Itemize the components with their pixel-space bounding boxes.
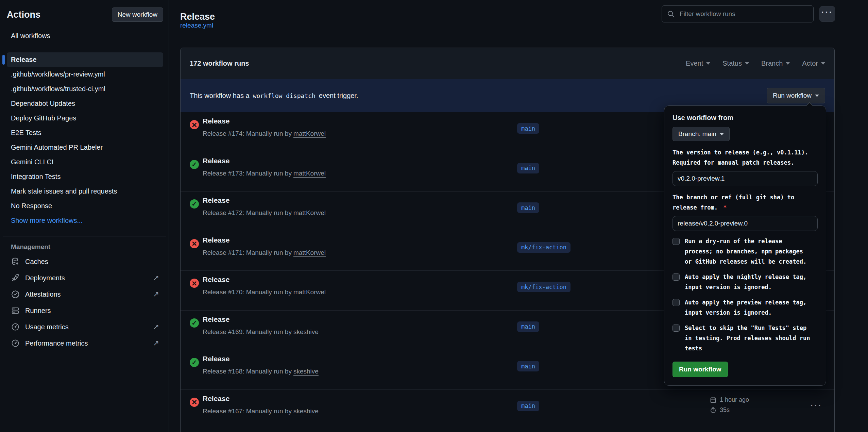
sidebar-management-item[interactable]: Deployments ↗ (7, 270, 163, 286)
sidebar-workflow-item[interactable]: .github/workflows/trusted-ci.yml (7, 82, 163, 96)
sidebar-management-item[interactable]: Usage metrics ↗ (7, 319, 163, 335)
run-description: Release #170: Manually run by (203, 288, 292, 296)
run-title-link[interactable]: Release (203, 196, 229, 204)
run-title-link[interactable]: Release (203, 315, 229, 323)
caret-down-icon (745, 62, 749, 65)
sidebar-workflow-item[interactable]: Mark stale issues and pull requests (7, 184, 163, 199)
branch-pill[interactable]: main (517, 123, 539, 134)
management-list: Caches ↗ Deployments ↗ Attestations ↗ Ru… (7, 253, 163, 351)
run-status-icon (190, 239, 199, 248)
banner-text-after: event trigger. (319, 92, 358, 100)
run-title-link[interactable]: Release (203, 276, 229, 284)
management-divider (3, 236, 166, 236)
new-workflow-button[interactable]: New workflow (112, 7, 163, 22)
run-duration-label: 35s (720, 406, 730, 414)
sidebar-workflow-item[interactable]: Deploy GitHub Pages (7, 111, 163, 126)
run-subtitle: Release #174: Manually run bymattKorwel (203, 130, 326, 137)
run-actor-link[interactable]: mattKorwel (293, 288, 326, 296)
sidebar-workflow-item[interactable]: No Response (7, 199, 163, 213)
sidebar-workflow-item[interactable]: Show more workflows... (7, 213, 163, 228)
workflow-file-link[interactable]: release.yml (180, 22, 213, 29)
run-workflow-dropdown-button[interactable]: Run workflow (767, 88, 825, 103)
sidebar-workflow-label: No Response (11, 202, 52, 210)
sidebar-workflow-label: Integration Tests (11, 173, 61, 180)
gauge-icon (11, 322, 20, 331)
workflow-list: Release .github/workflows/pr-review.yml … (7, 52, 163, 228)
run-subtitle: Release #172: Manually run bymattKorwel (203, 209, 326, 217)
run-actor-link[interactable]: mattKorwel (293, 249, 326, 256)
sidebar-management-item[interactable]: Attestations ↗ (7, 286, 163, 302)
sidebar-workflow-label: Gemini Automated PR Labeler (11, 144, 103, 151)
checkbox[interactable] (673, 325, 680, 332)
sidebar-workflow-item[interactable]: E2E Tests (7, 126, 163, 140)
branch-pill[interactable]: mk/fix-action (517, 282, 571, 292)
database-icon (11, 257, 20, 266)
sidebar-management-item[interactable]: Performance metrics ↗ (7, 335, 163, 351)
runs-count: 172 workflow runs (190, 60, 249, 67)
sidebar-workflow-item[interactable]: Dependabot Updates (7, 96, 163, 111)
run-kebab-menu-button[interactable] (809, 401, 824, 413)
sidebar-title: Actions (7, 10, 40, 20)
run-title-link[interactable]: Release (203, 355, 229, 363)
checkbox[interactable] (673, 238, 680, 245)
branch-pill[interactable]: main (517, 202, 539, 213)
sidebar-management-item[interactable]: Caches ↗ (7, 253, 163, 270)
sidebar-divider (3, 48, 166, 48)
filter-workflow-runs-box[interactable] (662, 5, 814, 22)
checkbox[interactable] (673, 273, 680, 281)
sidebar-workflow-label: E2E Tests (11, 129, 41, 136)
management-section-title: Management (11, 243, 163, 251)
run-status-icon (190, 199, 199, 209)
branch-pill[interactable]: main (517, 361, 539, 371)
run-workflow-dropdown-label: Run workflow (773, 92, 812, 99)
run-subtitle: Release #173: Manually run bymattKorwel (203, 170, 326, 177)
sidebar-item-all-workflows[interactable]: All workflows (11, 32, 163, 40)
runs-filter-menu[interactable]: Event (686, 60, 710, 67)
run-description: Release #171: Manually run by (203, 249, 292, 256)
run-actor-link[interactable]: skeshive (293, 408, 319, 415)
branch-selector-button[interactable]: Branch: main (673, 127, 730, 141)
run-subtitle: Release #171: Manually run bymattKorwel (203, 249, 326, 256)
sidebar-workflow-item[interactable]: Integration Tests (7, 169, 163, 184)
dialog-checkbox-row[interactable]: Auto apply the nightly release tag, inpu… (673, 272, 818, 292)
run-actor-link[interactable]: mattKorwel (293, 130, 326, 137)
sidebar-workflow-item[interactable]: Gemini CLI CI (7, 155, 163, 169)
sidebar-workflow-label: Gemini CLI CI (11, 158, 54, 166)
sidebar-workflow-item[interactable]: Release (7, 52, 163, 67)
branch-pill[interactable]: mk/fix-action (517, 242, 571, 253)
sidebar-workflow-item[interactable]: .github/workflows/pr-review.yml (7, 67, 163, 82)
runs-filter-menu[interactable]: Actor (802, 60, 825, 67)
runs-filter-menu[interactable]: Branch (761, 60, 790, 67)
branch-pill[interactable]: main (517, 163, 539, 173)
sidebar-workflow-item[interactable]: Gemini Automated PR Labeler (7, 140, 163, 155)
run-actor-link[interactable]: mattKorwel (293, 170, 326, 177)
filter-workflow-runs-input[interactable] (679, 10, 809, 18)
version-input[interactable] (673, 171, 818, 186)
run-actor-link[interactable]: skeshive (293, 368, 319, 375)
sidebar-management-item[interactable]: Runners ↗ (7, 302, 163, 319)
run-title-link[interactable]: Release (203, 236, 229, 244)
branch-pill[interactable]: main (517, 321, 539, 332)
sidebar-workflow-label: .github/workflows/pr-review.yml (11, 70, 105, 78)
management-item-label: Deployments (25, 274, 65, 282)
run-duration: 35s (710, 406, 749, 414)
kebab-icon (821, 11, 833, 14)
filter-menu-label: Status (722, 60, 742, 67)
run-status-icon (190, 160, 199, 169)
dialog-checkbox-row[interactable]: Select to skip the "Run Tests" step in t… (673, 323, 818, 353)
run-workflow-submit-button[interactable]: Run workflow (673, 362, 728, 377)
runs-filter-menu[interactable]: Status (722, 60, 749, 67)
run-actor-link[interactable]: mattKorwel (293, 209, 326, 216)
run-title-link[interactable]: Release (203, 117, 229, 125)
dialog-checkbox-row[interactable]: Run a dry-run of the release process; no… (673, 236, 818, 267)
checkbox[interactable] (673, 299, 680, 306)
run-title-link[interactable]: Release (203, 395, 229, 403)
workflow-run-row[interactable]: Release Release #167: Manually run byske… (181, 390, 834, 430)
branch-ref-input[interactable] (673, 216, 818, 231)
run-title-link[interactable]: Release (203, 157, 229, 165)
dialog-checkbox-row[interactable]: Auto apply the preview release tag, inpu… (673, 297, 818, 318)
branch-pill[interactable]: main (517, 401, 539, 411)
runs-filters: Event Status Branch Actor (686, 60, 825, 67)
run-actor-link[interactable]: skeshive (293, 328, 319, 335)
page-kebab-menu-button[interactable] (819, 6, 835, 22)
